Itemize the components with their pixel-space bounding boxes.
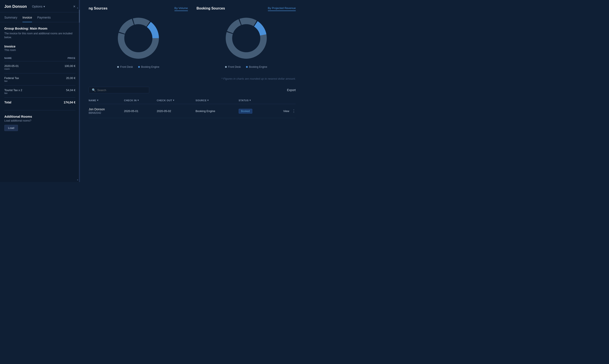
legend-booking-engine-dot — [138, 66, 140, 68]
options-label: Options — [32, 5, 42, 8]
sort-icon: ▾ — [97, 99, 98, 102]
guest-name: Jon Donson — [89, 107, 124, 111]
scrollbar: ▲ ▼ — [79, 0, 80, 182]
view-button[interactable]: View — [283, 109, 289, 113]
col-checkin-sort[interactable]: CHECK IN ▾ — [124, 99, 139, 102]
invoice-row: Federal Tax tax 20,00 € — [4, 73, 75, 86]
legend-booking-engine-label: Booking Engine — [141, 65, 159, 68]
panel-title: Jon Donson — [4, 4, 27, 9]
sort-icon-checkin: ▾ — [138, 99, 139, 102]
status-cell: Booked — [239, 104, 268, 118]
more-options-button[interactable]: ⋮ — [292, 109, 296, 113]
data-table: NAME ▾ CHECK IN ▾ CHECK OUT ▾ — [89, 97, 296, 118]
chart-revenue-header: Booking Sources By Projected Revenue — [196, 6, 296, 11]
search-icon: 🔍 — [92, 88, 96, 92]
legend-front-desk-dot — [117, 66, 119, 68]
donut-revenue-chart — [222, 14, 270, 62]
invoice-item-name: Tourist Tax x 2 tax — [4, 86, 47, 98]
scroll-thumb — [79, 10, 80, 23]
panel-content: Group Booking: Main Room The invoice for… — [0, 22, 80, 182]
additional-rooms-title: Additional Rooms — [4, 115, 75, 118]
search-wrapper: 🔍 — [89, 87, 149, 93]
legend-rev-front-desk: Front Desk — [225, 65, 241, 68]
total-value: 174,04 € — [47, 98, 75, 105]
chart-volume: ng Sources By Volume Front Desk — [89, 6, 188, 68]
guest-id: BBN82042 — [89, 111, 124, 115]
export-button[interactable]: Export — [287, 88, 296, 92]
chart-volume-legend: Front Desk Booking Engine — [89, 65, 188, 68]
invoice-table: NAME PRICE 2020-05-01 room 100,00 € Fede… — [4, 55, 75, 105]
checkin-cell: 2020-05-01 — [124, 104, 157, 118]
invoice-section-title: Invoice — [4, 44, 75, 48]
invoice-row: 2020-05-01 room 100,00 € — [4, 61, 75, 73]
col-header-price: PRICE — [47, 55, 75, 61]
col-actions — [268, 97, 296, 104]
donut-volume-chart — [115, 14, 162, 62]
scroll-down-arrow[interactable]: ▼ — [75, 179, 80, 181]
chart-revenue-legend: Front Desk Booking Engine — [196, 65, 296, 68]
tab-invoice[interactable]: Invoice — [23, 12, 32, 22]
col-source-sort[interactable]: SOURCE ▾ — [195, 99, 209, 102]
chart-volume-title: ng Sources — [89, 6, 108, 10]
chart-volume-subtitle: By Volume — [174, 6, 188, 11]
invoice-item-price: 100,00 € — [47, 61, 75, 73]
panel-header: Jon Donson Options ▾ × — [0, 0, 80, 12]
checkout-cell: 2020-05-02 — [157, 104, 196, 118]
legend-front-desk-label: Front Desk — [120, 65, 133, 68]
invoice-item-price: 20,00 € — [47, 73, 75, 86]
load-button[interactable]: Load — [4, 125, 18, 131]
chart-volume-header: ng Sources By Volume — [89, 6, 188, 11]
donut-volume-container — [89, 14, 188, 62]
legend-rev-front-desk-dot — [225, 66, 227, 68]
col-name: NAME ▾ — [89, 97, 124, 104]
additional-rooms-sub: Load additional rooms? — [4, 119, 75, 122]
right-panel: ng Sources By Volume Front Desk — [80, 0, 304, 182]
status-badge: Booked — [239, 109, 252, 114]
legend-rev-booking-engine-label: Booking Engine — [249, 65, 267, 68]
options-button[interactable]: Options ▾ — [30, 4, 47, 9]
group-booking-desc: The invoice for this room and additional… — [4, 32, 75, 39]
close-button[interactable]: × — [73, 4, 75, 8]
chart-revenue: Booking Sources By Projected Revenue Fro… — [196, 6, 296, 68]
total-label: Total — [4, 98, 47, 105]
chart-footnote: * Figures in charts are rounded up to ne… — [89, 77, 296, 80]
source-cell: Booking Engine — [195, 104, 238, 118]
legend-rev-booking-engine-dot — [246, 66, 248, 68]
table-controls: 🔍 Export — [89, 87, 296, 93]
col-checkin: CHECK IN ▾ — [124, 97, 157, 104]
invoice-row: Tourist Tax x 2 tax 54,04 € — [4, 86, 75, 98]
col-header-name: NAME — [4, 55, 47, 61]
legend-rev-front-desk-label: Front Desk — [228, 65, 241, 68]
tab-summary[interactable]: Summary — [4, 12, 17, 22]
chart-revenue-title: Booking Sources — [196, 6, 225, 10]
chart-revenue-subtitle: By Projected Revenue — [268, 6, 296, 11]
tab-payments[interactable]: Payments — [37, 12, 51, 22]
search-input[interactable] — [97, 89, 146, 92]
donut-revenue-container — [196, 14, 296, 62]
col-source: SOURCE ▾ — [195, 97, 238, 104]
col-checkout: CHECK OUT ▾ — [157, 97, 196, 104]
invoice-item-price: 54,04 € — [47, 86, 75, 98]
invoice-total-row: Total 174,04 € — [4, 98, 75, 105]
chevron-down-icon: ▾ — [43, 5, 45, 8]
col-status-sort[interactable]: STATUS ▾ — [239, 99, 251, 102]
col-checkout-sort[interactable]: CHECK OUT ▾ — [157, 99, 174, 102]
col-status: STATUS ▾ — [239, 97, 268, 104]
invoice-item-name: Federal Tax tax — [4, 73, 47, 86]
group-booking-title: Group Booking: Main Room — [4, 26, 75, 30]
charts-row: ng Sources By Volume Front Desk — [89, 6, 296, 68]
invoice-item-name: 2020-05-01 room — [4, 61, 47, 73]
tabs-bar: Summary Invoice Payments — [0, 12, 80, 22]
legend-front-desk: Front Desk — [117, 65, 133, 68]
sort-icon-checkout: ▾ — [173, 99, 174, 102]
table-row: Jon Donson BBN82042 2020-05-01 2020-05-0… — [89, 104, 296, 118]
actions-cell: View ⋮ — [268, 104, 296, 118]
col-name-sort[interactable]: NAME ▾ — [89, 99, 98, 102]
sort-icon-source: ▾ — [207, 99, 209, 102]
additional-rooms-section: Additional Rooms Load additional rooms? … — [4, 110, 75, 131]
left-panel: Jon Donson Options ▾ × ▲ ▼ Summary Invoi… — [0, 0, 80, 182]
legend-rev-booking-engine: Booking Engine — [246, 65, 267, 68]
legend-booking-engine: Booking Engine — [138, 65, 159, 68]
scroll-up-arrow[interactable]: ▲ — [75, 6, 80, 9]
sort-icon-status: ▾ — [249, 99, 251, 102]
